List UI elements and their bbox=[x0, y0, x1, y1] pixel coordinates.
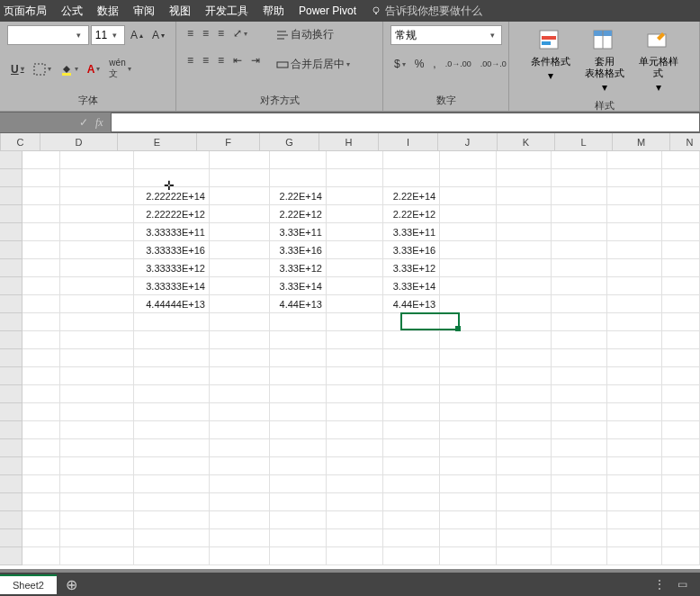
cell[interactable] bbox=[552, 529, 606, 547]
row-header[interactable] bbox=[0, 403, 22, 421]
cell[interactable] bbox=[497, 457, 552, 475]
cell[interactable] bbox=[607, 511, 662, 529]
cell[interactable] bbox=[22, 547, 60, 565]
cell[interactable] bbox=[440, 547, 497, 565]
cell[interactable] bbox=[662, 529, 700, 547]
decrease-indent-button[interactable]: ⇤ bbox=[229, 52, 246, 68]
cell[interactable] bbox=[497, 385, 552, 403]
row-header[interactable] bbox=[0, 349, 22, 367]
cell[interactable] bbox=[383, 367, 440, 385]
decrease-font-button[interactable]: A▾ bbox=[148, 25, 168, 45]
col-header-J[interactable]: J bbox=[438, 133, 498, 150]
cell[interactable] bbox=[440, 475, 497, 493]
cell[interactable] bbox=[662, 493, 700, 511]
font-color-button[interactable]: A▾ bbox=[84, 56, 104, 82]
cell[interactable] bbox=[60, 439, 134, 457]
cell[interactable] bbox=[607, 385, 662, 403]
conditional-format-button[interactable]: 条件格式▾ bbox=[525, 25, 576, 86]
cell[interactable] bbox=[134, 529, 210, 547]
cell[interactable] bbox=[22, 421, 60, 439]
fill-color-button[interactable]: ▾ bbox=[57, 56, 82, 82]
cell[interactable] bbox=[210, 421, 270, 439]
cell[interactable] bbox=[552, 187, 606, 205]
cell[interactable] bbox=[60, 511, 134, 529]
cell[interactable] bbox=[552, 475, 606, 493]
cell[interactable] bbox=[270, 511, 327, 529]
cell[interactable] bbox=[210, 241, 270, 259]
align-left-button[interactable]: ≡ bbox=[184, 52, 197, 68]
cell[interactable] bbox=[497, 205, 552, 223]
cell[interactable] bbox=[662, 547, 700, 565]
cell[interactable] bbox=[607, 367, 662, 385]
row-header[interactable] bbox=[0, 439, 22, 457]
cell[interactable]: 4.44444E+13 bbox=[134, 295, 210, 313]
cell[interactable]: 2.22E+14 bbox=[270, 187, 327, 205]
orientation-button[interactable]: ⤢▾ bbox=[229, 25, 251, 41]
cell[interactable] bbox=[607, 313, 662, 331]
number-format-combo[interactable]: 常规▾ bbox=[390, 25, 502, 45]
row-header[interactable] bbox=[0, 475, 22, 493]
cell[interactable] bbox=[383, 169, 440, 187]
row-header[interactable] bbox=[0, 277, 22, 295]
cell[interactable] bbox=[440, 439, 497, 457]
cell[interactable] bbox=[60, 295, 134, 313]
cell[interactable] bbox=[662, 259, 700, 277]
cell[interactable] bbox=[327, 475, 383, 493]
cell[interactable] bbox=[552, 421, 606, 439]
cell[interactable] bbox=[270, 421, 327, 439]
cell[interactable]: 2.22E+14 bbox=[383, 187, 440, 205]
cell[interactable] bbox=[134, 403, 210, 421]
cell[interactable] bbox=[552, 511, 606, 529]
cell[interactable] bbox=[607, 277, 662, 295]
cell[interactable] bbox=[383, 439, 440, 457]
percent-button[interactable]: % bbox=[411, 56, 428, 72]
cell[interactable] bbox=[60, 349, 134, 367]
cell[interactable] bbox=[607, 151, 662, 169]
row-header[interactable] bbox=[0, 169, 22, 187]
increase-decimal-button[interactable]: .0→.00 bbox=[442, 56, 475, 72]
cell[interactable] bbox=[22, 331, 60, 349]
cell[interactable] bbox=[607, 169, 662, 187]
font-name-combo[interactable]: ▾ bbox=[7, 25, 89, 45]
cell[interactable] bbox=[383, 313, 440, 331]
cell[interactable] bbox=[210, 331, 270, 349]
cell[interactable] bbox=[270, 403, 327, 421]
cell[interactable] bbox=[440, 529, 497, 547]
cell[interactable] bbox=[327, 223, 383, 241]
cell[interactable] bbox=[60, 457, 134, 475]
cell[interactable] bbox=[22, 511, 60, 529]
font-size-combo[interactable]: 11▾ bbox=[91, 25, 125, 45]
cell[interactable] bbox=[383, 349, 440, 367]
cell[interactable] bbox=[662, 313, 700, 331]
cell[interactable] bbox=[607, 187, 662, 205]
col-header-F[interactable]: F bbox=[197, 133, 260, 150]
fx-button[interactable]: fx bbox=[95, 116, 103, 130]
menu-help[interactable]: 帮助 bbox=[263, 4, 284, 19]
cell[interactable] bbox=[327, 187, 383, 205]
cell[interactable] bbox=[60, 259, 134, 277]
row-header[interactable] bbox=[0, 367, 22, 385]
menu-devtools[interactable]: 开发工具 bbox=[205, 4, 248, 19]
cell[interactable] bbox=[22, 259, 60, 277]
cell[interactable] bbox=[60, 223, 134, 241]
view-options-icon[interactable]: ▭ bbox=[678, 578, 687, 591]
cell[interactable] bbox=[22, 529, 60, 547]
cell[interactable] bbox=[60, 277, 134, 295]
cell[interactable]: 4.44E+13 bbox=[383, 295, 440, 313]
cell[interactable] bbox=[497, 529, 552, 547]
cell[interactable] bbox=[210, 511, 270, 529]
cell[interactable]: 2.22222E+12 bbox=[134, 205, 210, 223]
cell[interactable]: 3.33333E+11 bbox=[134, 223, 210, 241]
cell[interactable] bbox=[327, 421, 383, 439]
cell[interactable] bbox=[327, 367, 383, 385]
cell[interactable] bbox=[270, 349, 327, 367]
cell[interactable] bbox=[497, 475, 552, 493]
cell[interactable] bbox=[210, 223, 270, 241]
cell[interactable] bbox=[60, 475, 134, 493]
cell[interactable] bbox=[552, 151, 606, 169]
col-header-D[interactable]: D bbox=[40, 133, 118, 150]
col-header-L[interactable]: L bbox=[555, 133, 613, 150]
cell[interactable] bbox=[327, 511, 383, 529]
cell[interactable] bbox=[210, 385, 270, 403]
cell[interactable] bbox=[552, 313, 606, 331]
